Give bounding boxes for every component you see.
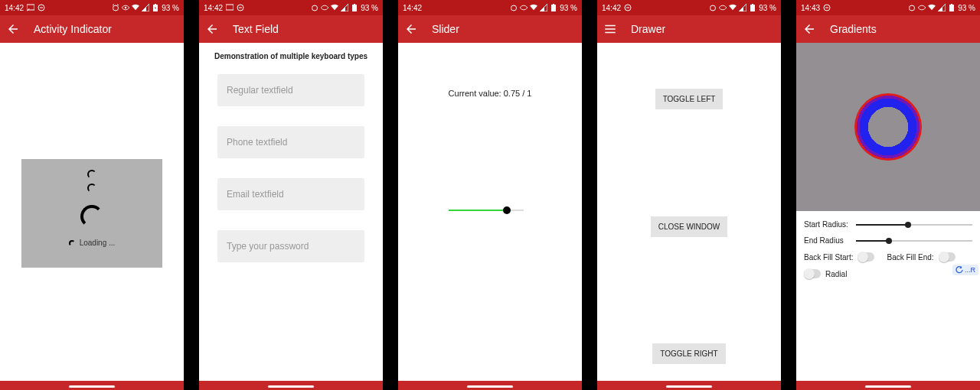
page-title: Gradients — [830, 23, 877, 35]
slider[interactable] — [449, 210, 524, 211]
page-title: Slider — [432, 23, 459, 35]
alarm-icon — [709, 4, 717, 11]
email-textfield[interactable]: Email textfield — [217, 178, 364, 210]
menu-icon[interactable] — [603, 22, 617, 36]
status-time: 14:42 — [204, 4, 223, 12]
screen-drawer: 14:42 93 % Drawer TOGGLE LEFT CLOSE WIND… — [597, 0, 781, 390]
phone-textfield[interactable]: Phone textfield — [217, 126, 364, 158]
svg-point-15 — [511, 5, 517, 11]
slider-thumb[interactable] — [503, 206, 511, 214]
screen-activity-indicator: 14:42 93 % Activity Indicator Loading ..… — [0, 0, 184, 390]
spinner-small-icon — [87, 170, 96, 179]
svg-rect-22 — [752, 4, 753, 5]
svg-point-3 — [113, 5, 119, 11]
back-icon[interactable] — [802, 22, 816, 36]
battery-icon — [749, 4, 756, 11]
wifi-icon — [132, 4, 139, 11]
svg-rect-8 — [155, 4, 156, 5]
slider-thumb[interactable] — [905, 222, 911, 228]
slider-value-text: Current value: 0.75 / 1 — [398, 43, 582, 98]
battery-percent: 93 % — [162, 4, 179, 12]
eye-icon — [918, 4, 926, 11]
dnd-icon — [823, 4, 831, 11]
app-bar: Activity Indicator — [0, 15, 184, 43]
back-fill-start-switch[interactable] — [858, 252, 874, 262]
battery-percent: 93 % — [560, 4, 577, 12]
svg-rect-16 — [551, 5, 556, 11]
slider-thumb[interactable] — [886, 238, 892, 244]
nav-pill[interactable] — [69, 385, 115, 388]
screen-text-field: 14:42 93 % Text Field Demonstration of m… — [199, 0, 383, 390]
screen-slider: 14:42 93 % Slider Current value: 0.75 / … — [398, 0, 582, 390]
svg-rect-9 — [226, 5, 234, 10]
password-textfield[interactable]: Type your password — [217, 230, 364, 262]
placeholder: Type your password — [227, 241, 309, 252]
wifi-icon — [331, 4, 338, 11]
spinner-xs-icon — [69, 240, 75, 246]
subtitle: Demonstration of multiple keyboard types — [199, 43, 383, 74]
start-radius-slider[interactable] — [856, 224, 972, 226]
status-bar: 14:42 93 % — [597, 0, 781, 15]
svg-point-20 — [710, 5, 716, 11]
page-title: Activity Indicator — [34, 23, 112, 35]
battery-percent: 93 % — [759, 4, 776, 12]
wifi-icon — [530, 4, 537, 11]
nav-pill[interactable] — [467, 385, 513, 388]
status-time: 14:43 — [801, 4, 820, 12]
back-icon[interactable] — [6, 22, 20, 36]
back-icon[interactable] — [205, 22, 219, 36]
radial-label: Radial — [825, 270, 847, 278]
nav-pill[interactable] — [666, 385, 712, 388]
eye-icon — [719, 4, 727, 11]
floating-tag[interactable]: ...R — [952, 265, 978, 275]
page-title: Text Field — [233, 23, 279, 35]
svg-rect-21 — [750, 5, 755, 11]
nav-bar — [398, 381, 582, 390]
signal-icon — [341, 4, 348, 11]
svg-point-6 — [125, 7, 127, 9]
end-radius-slider[interactable] — [856, 240, 972, 242]
nav-pill[interactable] — [865, 385, 911, 388]
svg-point-25 — [910, 5, 915, 11]
gradient-preview — [796, 43, 980, 211]
wifi-icon — [928, 4, 936, 11]
svg-line-4 — [113, 5, 114, 6]
nav-bar — [0, 381, 184, 390]
status-time: 14:42 — [5, 4, 24, 12]
radial-switch[interactable] — [804, 269, 821, 278]
spinner-small-icon — [87, 184, 96, 193]
dnd-icon — [624, 4, 632, 11]
nav-pill[interactable] — [268, 385, 314, 388]
loading-text: Loading ... — [80, 239, 116, 247]
battery-percent: 93 % — [361, 4, 378, 12]
close-window-button[interactable]: CLOSE WINDOW — [651, 216, 728, 237]
svg-rect-13 — [352, 5, 357, 11]
signal-icon — [142, 4, 149, 11]
eye-icon — [520, 4, 528, 11]
placeholder: Email textfield — [227, 189, 284, 200]
battery-icon — [948, 4, 956, 11]
placeholder: Phone textfield — [227, 137, 287, 148]
screen-gradients: 14:43 93 % Gradients Start Radius: — [796, 0, 980, 390]
status-bar: 14:43 93 % — [796, 0, 980, 15]
back-fill-end-switch[interactable] — [939, 252, 956, 262]
back-icon[interactable] — [404, 22, 418, 36]
gradient-ring — [854, 93, 922, 161]
nav-bar — [796, 381, 980, 390]
signal-icon — [938, 4, 946, 11]
nav-bar — [597, 381, 781, 390]
wifi-icon — [729, 4, 737, 11]
status-time: 14:42 — [602, 4, 621, 12]
end-radius-label: End Radius — [804, 236, 850, 245]
toggle-left-button[interactable]: TOGGLE LEFT — [655, 89, 724, 109]
nav-bar — [199, 381, 383, 390]
svg-rect-17 — [553, 4, 554, 5]
app-bar: Slider — [398, 15, 582, 43]
battery-icon — [351, 4, 358, 11]
signal-icon — [739, 4, 746, 11]
toggle-right-button[interactable]: TOGGLE RIGHT — [652, 343, 725, 364]
status-bar: 14:42 93 % — [0, 0, 184, 15]
svg-point-12 — [312, 5, 318, 11]
regular-textfield[interactable]: Regular textfield — [217, 74, 364, 106]
start-radius-label: Start Radius: — [804, 220, 850, 229]
